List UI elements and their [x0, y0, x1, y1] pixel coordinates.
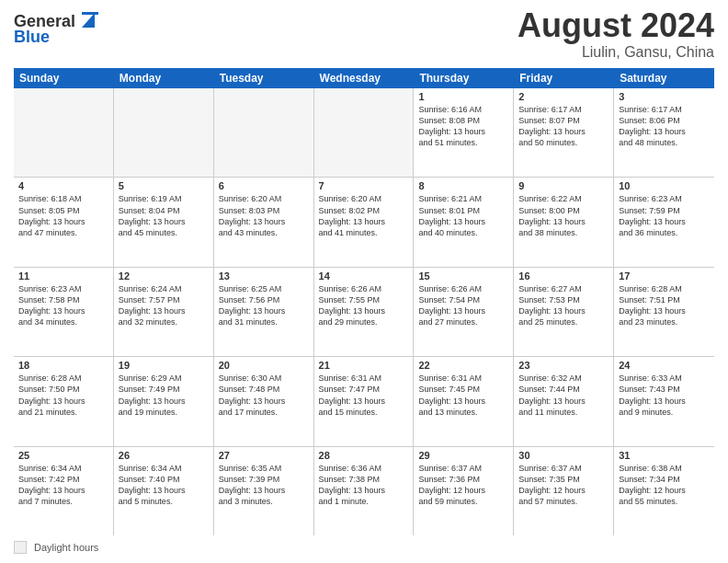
- legend-label: Daylight hours: [34, 542, 98, 553]
- cell-info: Sunrise: 6:21 AMSunset: 8:01 PMDaylight:…: [418, 193, 508, 238]
- cell-info: Sunrise: 6:33 AMSunset: 7:43 PMDaylight:…: [619, 373, 710, 418]
- cell-info: Sunrise: 6:28 AMSunset: 7:50 PMDaylight:…: [18, 373, 108, 418]
- page: General Blue August 2024 Liulin, Gansu, …: [0, 0, 728, 563]
- day-number: 24: [619, 360, 710, 371]
- logo-blue: Blue: [14, 28, 50, 47]
- cal-cell-15: 15Sunrise: 6:26 AMSunset: 7:54 PMDayligh…: [414, 268, 514, 356]
- day-number: 13: [219, 270, 309, 282]
- logo-icon: [78, 9, 98, 29]
- day-number: 7: [319, 180, 409, 191]
- cal-cell-empty: [314, 88, 415, 177]
- day-number: 18: [18, 360, 108, 371]
- cell-info: Sunrise: 6:26 AMSunset: 7:55 PMDaylight:…: [319, 283, 409, 328]
- cal-cell-13: 13Sunrise: 6:25 AMSunset: 7:56 PMDayligh…: [214, 268, 314, 356]
- cell-info: Sunrise: 6:19 AMSunset: 8:04 PMDaylight:…: [119, 193, 209, 238]
- cal-cell-11: 11Sunrise: 6:23 AMSunset: 7:58 PMDayligh…: [14, 268, 114, 356]
- day-number: 3: [619, 91, 710, 102]
- cal-cell-1: 1Sunrise: 6:16 AMSunset: 8:08 PMDaylight…: [414, 88, 514, 177]
- title-block: August 2024 Liulin, Gansu, China: [518, 9, 714, 61]
- cell-info: Sunrise: 6:31 AMSunset: 7:45 PMDaylight:…: [418, 373, 508, 418]
- header: General Blue August 2024 Liulin, Gansu, …: [14, 9, 714, 61]
- header-day-sunday: Sunday: [14, 68, 114, 88]
- cal-cell-8: 8Sunrise: 6:21 AMSunset: 8:01 PMDaylight…: [414, 178, 514, 266]
- day-number: 5: [119, 180, 209, 191]
- day-number: 10: [619, 180, 710, 191]
- cal-row-1: 1Sunrise: 6:16 AMSunset: 8:08 PMDaylight…: [14, 88, 714, 178]
- cell-info: Sunrise: 6:38 AMSunset: 7:34 PMDaylight:…: [619, 463, 710, 508]
- month-title: August 2024: [518, 9, 714, 42]
- cell-info: Sunrise: 6:25 AMSunset: 7:56 PMDaylight:…: [219, 283, 309, 328]
- day-number: 22: [418, 360, 508, 371]
- header-day-friday: Friday: [514, 68, 614, 88]
- cal-cell-empty: [14, 88, 114, 177]
- cal-cell-14: 14Sunrise: 6:26 AMSunset: 7:55 PMDayligh…: [314, 268, 415, 356]
- day-number: 2: [518, 91, 609, 102]
- cell-info: Sunrise: 6:36 AMSunset: 7:38 PMDaylight:…: [319, 463, 409, 508]
- day-number: 28: [319, 450, 409, 461]
- cell-info: Sunrise: 6:17 AMSunset: 8:06 PMDaylight:…: [619, 104, 710, 149]
- day-number: 4: [18, 180, 108, 191]
- cal-cell-31: 31Sunrise: 6:38 AMSunset: 7:34 PMDayligh…: [614, 447, 714, 535]
- cal-cell-28: 28Sunrise: 6:36 AMSunset: 7:38 PMDayligh…: [314, 447, 415, 535]
- cal-cell-29: 29Sunrise: 6:37 AMSunset: 7:36 PMDayligh…: [414, 447, 514, 535]
- cell-info: Sunrise: 6:23 AMSunset: 7:58 PMDaylight:…: [18, 283, 108, 328]
- cal-cell-26: 26Sunrise: 6:34 AMSunset: 7:40 PMDayligh…: [114, 447, 214, 535]
- cal-row-3: 11Sunrise: 6:23 AMSunset: 7:58 PMDayligh…: [14, 268, 714, 357]
- cal-cell-empty: [214, 88, 314, 177]
- logo: General Blue: [14, 9, 98, 47]
- day-number: 12: [119, 270, 209, 282]
- day-number: 9: [518, 180, 609, 191]
- day-number: 30: [518, 450, 609, 461]
- location: Liulin, Gansu, China: [518, 44, 714, 61]
- day-number: 11: [18, 270, 108, 282]
- cell-info: Sunrise: 6:22 AMSunset: 8:00 PMDaylight:…: [518, 193, 609, 238]
- cal-row-2: 4Sunrise: 6:18 AMSunset: 8:05 PMDaylight…: [14, 178, 714, 267]
- cell-info: Sunrise: 6:23 AMSunset: 7:59 PMDaylight:…: [619, 193, 710, 238]
- cal-cell-16: 16Sunrise: 6:27 AMSunset: 7:53 PMDayligh…: [514, 268, 614, 356]
- cal-cell-5: 5Sunrise: 6:19 AMSunset: 8:04 PMDaylight…: [114, 178, 214, 266]
- day-number: 16: [518, 270, 609, 282]
- cal-row-4: 18Sunrise: 6:28 AMSunset: 7:50 PMDayligh…: [14, 357, 714, 446]
- day-number: 14: [319, 270, 409, 282]
- day-number: 1: [418, 91, 508, 102]
- cal-cell-21: 21Sunrise: 6:31 AMSunset: 7:47 PMDayligh…: [314, 357, 415, 445]
- cal-cell-empty: [114, 88, 214, 177]
- cal-cell-6: 6Sunrise: 6:20 AMSunset: 8:03 PMDaylight…: [214, 178, 314, 266]
- calendar: SundayMondayTuesdayWednesdayThursdayFrid…: [14, 68, 714, 535]
- calendar-body: 1Sunrise: 6:16 AMSunset: 8:08 PMDaylight…: [14, 88, 714, 535]
- cell-info: Sunrise: 6:34 AMSunset: 7:42 PMDaylight:…: [18, 463, 108, 508]
- day-number: 19: [119, 360, 209, 371]
- cal-cell-18: 18Sunrise: 6:28 AMSunset: 7:50 PMDayligh…: [14, 357, 114, 445]
- cell-info: Sunrise: 6:20 AMSunset: 8:02 PMDaylight:…: [319, 193, 409, 238]
- cell-info: Sunrise: 6:27 AMSunset: 7:53 PMDaylight:…: [518, 283, 609, 328]
- day-number: 8: [418, 180, 508, 191]
- day-number: 21: [319, 360, 409, 371]
- cell-info: Sunrise: 6:32 AMSunset: 7:44 PMDaylight:…: [518, 373, 609, 418]
- day-number: 6: [219, 180, 309, 191]
- cal-cell-17: 17Sunrise: 6:28 AMSunset: 7:51 PMDayligh…: [614, 268, 714, 356]
- day-number: 25: [18, 450, 108, 461]
- cal-cell-25: 25Sunrise: 6:34 AMSunset: 7:42 PMDayligh…: [14, 447, 114, 535]
- cal-cell-30: 30Sunrise: 6:37 AMSunset: 7:35 PMDayligh…: [514, 447, 614, 535]
- cell-info: Sunrise: 6:31 AMSunset: 7:47 PMDaylight:…: [319, 373, 409, 418]
- cell-info: Sunrise: 6:20 AMSunset: 8:03 PMDaylight:…: [219, 193, 309, 238]
- svg-marker-0: [82, 13, 95, 28]
- cal-cell-23: 23Sunrise: 6:32 AMSunset: 7:44 PMDayligh…: [514, 357, 614, 445]
- cal-cell-24: 24Sunrise: 6:33 AMSunset: 7:43 PMDayligh…: [614, 357, 714, 445]
- header-day-wednesday: Wednesday: [314, 68, 415, 88]
- calendar-header: SundayMondayTuesdayWednesdayThursdayFrid…: [14, 68, 714, 88]
- footer: Daylight hours: [14, 541, 714, 554]
- day-number: 27: [219, 450, 309, 461]
- cal-cell-3: 3Sunrise: 6:17 AMSunset: 8:06 PMDaylight…: [614, 88, 714, 177]
- cell-info: Sunrise: 6:24 AMSunset: 7:57 PMDaylight:…: [119, 283, 209, 328]
- cal-cell-22: 22Sunrise: 6:31 AMSunset: 7:45 PMDayligh…: [414, 357, 514, 445]
- cal-cell-9: 9Sunrise: 6:22 AMSunset: 8:00 PMDaylight…: [514, 178, 614, 266]
- header-day-monday: Monday: [114, 68, 214, 88]
- cell-info: Sunrise: 6:37 AMSunset: 7:36 PMDaylight:…: [418, 463, 508, 508]
- day-number: 26: [119, 450, 209, 461]
- day-number: 23: [518, 360, 609, 371]
- cell-info: Sunrise: 6:17 AMSunset: 8:07 PMDaylight:…: [518, 104, 609, 149]
- header-day-thursday: Thursday: [414, 68, 514, 88]
- cell-info: Sunrise: 6:18 AMSunset: 8:05 PMDaylight:…: [18, 193, 108, 238]
- cal-cell-19: 19Sunrise: 6:29 AMSunset: 7:49 PMDayligh…: [114, 357, 214, 445]
